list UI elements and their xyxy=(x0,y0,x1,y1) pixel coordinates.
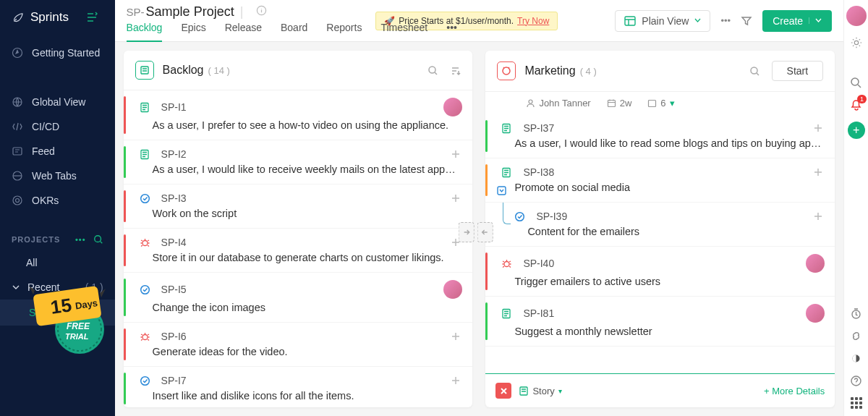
projects-more-icon[interactable]: ••• xyxy=(75,235,86,244)
theme-icon[interactable] xyxy=(850,352,862,365)
link-icon[interactable] xyxy=(850,330,862,342)
promo-cta[interactable]: Try Now xyxy=(517,16,549,26)
assignee-avatar[interactable] xyxy=(806,304,825,323)
nav-cicd[interactable]: CI/CD xyxy=(0,114,115,139)
settings-icon[interactable] xyxy=(850,36,863,49)
sprint-duration[interactable]: 2w xyxy=(607,98,632,109)
apps-icon[interactable] xyxy=(851,397,862,409)
add-sub-item-icon[interactable] xyxy=(449,148,462,161)
add-sub-item-icon[interactable] xyxy=(449,192,462,205)
tab-reports[interactable]: Reports xyxy=(326,22,362,42)
assignee-avatar[interactable] xyxy=(443,280,462,299)
svg-text:TRIAL: TRIAL xyxy=(65,332,89,341)
work-item[interactable]: SP-I1As a user, I prefer to see a how-to… xyxy=(124,90,473,140)
move-right-icon[interactable] xyxy=(459,222,475,242)
search-icon[interactable] xyxy=(850,77,862,89)
tab-backlog[interactable]: Backlog xyxy=(127,22,163,42)
svg-rect-17 xyxy=(625,17,635,25)
work-item[interactable]: SP-I4Store it in our database to generat… xyxy=(124,229,473,273)
svg-point-41 xyxy=(851,78,859,85)
story-icon xyxy=(140,102,153,113)
item-type-picker[interactable]: Story ▾ xyxy=(519,386,561,396)
tab-release[interactable]: Release xyxy=(225,22,262,42)
tab-epics[interactable]: Epics xyxy=(181,22,205,42)
work-item[interactable]: SP-I6Generate ideas for the video. xyxy=(124,323,473,367)
nav-okrs[interactable]: OKRs xyxy=(0,188,115,213)
item-id: SP-I4 xyxy=(161,237,187,248)
tab-timesheet[interactable]: Timesheet xyxy=(380,22,427,42)
search-icon[interactable] xyxy=(427,65,438,76)
sort-icon[interactable] xyxy=(450,65,461,76)
create-button[interactable]: Create xyxy=(762,10,832,32)
add-sub-item-icon[interactable] xyxy=(449,374,462,387)
sprint-icon xyxy=(497,61,516,80)
task-icon xyxy=(140,193,153,204)
svg-point-4 xyxy=(13,196,22,205)
new-item-row: Story ▾ + More Details xyxy=(485,373,835,407)
story-icon xyxy=(501,123,514,134)
start-sprint-button[interactable]: Start xyxy=(772,61,824,81)
search-icon[interactable] xyxy=(749,66,760,77)
svg-rect-35 xyxy=(498,187,506,195)
item-title: Generate ideas for the video. xyxy=(124,346,473,366)
more-details-link[interactable]: + More Details xyxy=(764,386,825,396)
info-icon[interactable] xyxy=(256,5,267,16)
task-icon xyxy=(514,211,527,222)
filter-icon[interactable] xyxy=(741,15,752,27)
view-selector[interactable]: Plain View xyxy=(615,10,710,32)
item-id: SP-I81 xyxy=(523,307,554,319)
help-icon[interactable] xyxy=(850,375,862,387)
tabs: Backlog Epics Release Board Reports Time… xyxy=(127,22,457,42)
item-id: SP-I6 xyxy=(161,331,187,342)
item-id: SP-I39 xyxy=(536,211,567,222)
sprint-owner[interactable]: John Tanner xyxy=(526,98,590,109)
notif-badge: 1 xyxy=(857,95,867,103)
nav-getting-started[interactable]: Getting Started xyxy=(0,41,115,65)
nav-global-view[interactable]: Global View xyxy=(0,90,115,114)
sprint-points[interactable]: 6 ▾ xyxy=(647,98,674,109)
add-sub-item-icon[interactable] xyxy=(812,122,825,135)
cancel-new-item[interactable] xyxy=(495,383,511,399)
move-left-icon[interactable] xyxy=(477,222,493,242)
work-item[interactable]: SP-I5Change the icon images xyxy=(124,273,473,323)
work-item[interactable]: SP-I81Suggest a monthly newsletter xyxy=(485,297,835,347)
svg-point-36 xyxy=(516,212,524,221)
work-item[interactable]: SP-I40Trigger emailers to active users xyxy=(485,247,835,297)
more-icon[interactable]: ••• xyxy=(720,15,731,26)
swap-arrows xyxy=(459,222,493,242)
item-title: Change the icon images xyxy=(124,302,473,322)
collapse-icon[interactable] xyxy=(497,186,506,195)
add-sub-item-icon[interactable] xyxy=(812,166,825,179)
timer-icon[interactable] xyxy=(850,307,862,320)
svg-point-37 xyxy=(504,261,509,266)
work-item[interactable]: SP-I38Promote on social media xyxy=(485,158,835,203)
work-item[interactable]: SP-I3Work on the script xyxy=(124,184,473,229)
assignee-avatar[interactable] xyxy=(806,254,825,273)
assignee-avatar[interactable] xyxy=(443,98,462,116)
nav-label: Feed xyxy=(32,145,55,157)
projects-all[interactable]: All xyxy=(0,250,115,275)
work-item[interactable]: SP-I2As a user, I would like to receive … xyxy=(124,140,473,184)
nav-web-tabs[interactable]: Web Tabs xyxy=(0,164,115,188)
tab-more[interactable]: ••• xyxy=(446,22,457,42)
quick-add-button[interactable]: + xyxy=(848,122,865,139)
work-item[interactable]: SP-I39Content for the emailers xyxy=(485,203,835,247)
item-id: SP-I40 xyxy=(523,258,554,269)
trial-badge[interactable]: 15 Days FREE TRIAL xyxy=(22,277,116,357)
avatar[interactable] xyxy=(846,6,867,26)
nav-feed[interactable]: Feed xyxy=(0,139,115,164)
sprint-meta: John Tanner 2w 6 ▾ xyxy=(485,92,835,114)
add-sub-item-icon[interactable] xyxy=(449,330,462,343)
svg-point-29 xyxy=(751,67,757,74)
notifications-icon[interactable]: 1 xyxy=(850,99,862,111)
work-item[interactable]: SP-I37As a user, I would like to read so… xyxy=(485,114,835,158)
projects-search-icon[interactable] xyxy=(93,234,103,245)
menu-toggle-icon[interactable] xyxy=(86,12,103,23)
chevron-down-icon xyxy=(12,283,20,292)
work-item[interactable]: SP-I7Insert like and dislike icons for a… xyxy=(124,367,473,407)
story-icon xyxy=(501,167,514,178)
item-title: Insert like and dislike icons for all th… xyxy=(124,390,473,407)
tab-board[interactable]: Board xyxy=(281,22,307,42)
add-sub-item-icon[interactable] xyxy=(812,210,825,223)
item-title: Store it in our database to generate cha… xyxy=(124,252,473,272)
